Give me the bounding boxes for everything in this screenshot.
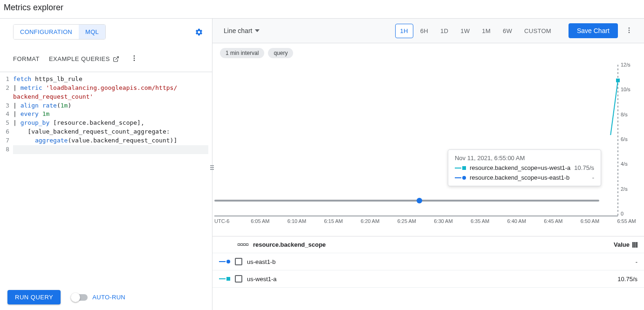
- time-range-selector: 1H6H1D1W1M6WCUSTOM: [395, 24, 556, 38]
- time-range-custom[interactable]: CUSTOM: [519, 24, 556, 38]
- chart-overflow-menu-icon[interactable]: [622, 27, 637, 35]
- time-slider[interactable]: [214, 200, 599, 202]
- format-button[interactable]: FORMAT: [13, 55, 40, 62]
- chart-area[interactable]: 12/s10/s8/s6/s4/s2/s0 UTC-66:05 AM6:10 A…: [214, 62, 637, 229]
- settings-gear-icon[interactable]: [193, 27, 205, 38]
- legend-row[interactable]: us-east1-b-: [212, 253, 644, 270]
- columns-icon[interactable]: [632, 242, 637, 248]
- query-chip[interactable]: query: [268, 48, 293, 58]
- time-range-1w[interactable]: 1W: [455, 24, 475, 38]
- run-query-button[interactable]: RUN QUERY: [7, 290, 61, 304]
- svg-point-6: [629, 32, 630, 33]
- time-range-6w[interactable]: 6W: [498, 24, 517, 38]
- chart-tooltip: Nov 11, 2021, 6:55:00 AM resource.backen…: [448, 149, 601, 186]
- time-range-1d[interactable]: 1D: [435, 24, 453, 38]
- svg-point-3: [134, 60, 135, 61]
- autorun-label: AUTO-RUN: [92, 294, 125, 301]
- legend-row[interactable]: us-west1-a10.75/s: [212, 270, 644, 288]
- group-by-icon: [238, 243, 248, 246]
- editor-tabs: CONFIGURATION MQL: [13, 24, 106, 40]
- series-checkbox[interactable]: [235, 258, 242, 265]
- example-queries-link[interactable]: EXAMPLE QUERIES: [49, 55, 119, 62]
- legend-group-header: resource.backend_scope: [253, 241, 326, 248]
- mql-editor[interactable]: 12345678 fetch https_lb_rule| metric 'lo…: [0, 72, 212, 157]
- caret-down-icon: [255, 29, 260, 32]
- save-chart-button[interactable]: Save Chart: [569, 23, 618, 38]
- tooltip-time: Nov 11, 2021, 6:55:00 AM: [455, 155, 594, 162]
- tab-mql[interactable]: MQL: [79, 25, 105, 39]
- slider-thumb[interactable]: [417, 198, 422, 203]
- svg-point-1: [134, 55, 135, 57]
- series-checkbox[interactable]: [235, 275, 242, 283]
- page-title: Metrics explorer: [0, 0, 644, 19]
- time-range-1m[interactable]: 1M: [477, 24, 496, 38]
- svg-point-2: [134, 58, 135, 59]
- legend-value-header: Value: [614, 241, 630, 248]
- external-link-icon: [113, 56, 119, 62]
- chart-type-dropdown[interactable]: Line chart: [220, 24, 263, 37]
- svg-point-4: [629, 27, 630, 29]
- interval-chip[interactable]: 1 min interval: [220, 48, 264, 58]
- svg-point-5: [629, 29, 630, 31]
- svg-line-0: [116, 56, 118, 59]
- tab-configuration[interactable]: CONFIGURATION: [14, 25, 79, 39]
- config-panel: CONFIGURATION MQL FORMAT EXAMPLE QUERIES…: [0, 19, 212, 310]
- autorun-toggle[interactable]: [72, 294, 88, 301]
- time-range-6h[interactable]: 6H: [415, 24, 433, 38]
- editor-overflow-menu-icon[interactable]: [129, 53, 140, 65]
- time-range-1h[interactable]: 1H: [395, 24, 413, 38]
